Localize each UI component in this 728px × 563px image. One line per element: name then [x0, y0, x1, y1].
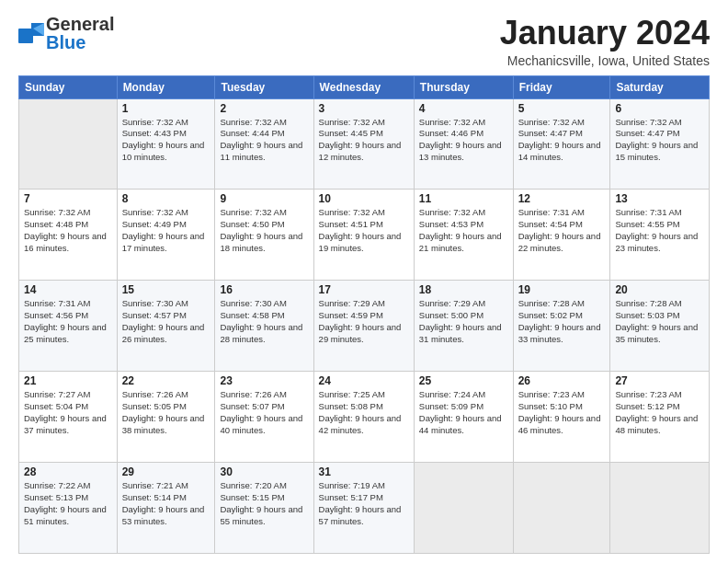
- sunset-text: Sunset: 4:58 PM: [220, 310, 284, 320]
- sunset-text: Sunset: 5:12 PM: [615, 401, 679, 411]
- day-number: 3: [319, 102, 409, 115]
- calendar-cell: 7Sunrise: 7:32 AMSunset: 4:48 PMDaylight…: [19, 190, 118, 281]
- col-thursday: Thursday: [414, 75, 513, 98]
- sunset-text: Sunset: 4:57 PM: [122, 310, 187, 320]
- calendar-cell: 22Sunrise: 7:26 AMSunset: 5:05 PMDayligh…: [117, 372, 215, 463]
- sunrise-text: Sunrise: 7:21 AM: [122, 480, 188, 490]
- calendar-week-5: 28Sunrise: 7:22 AMSunset: 5:13 PMDayligh…: [19, 463, 710, 554]
- daylight-text: Daylight: 9 hours and 44 minutes.: [419, 413, 502, 435]
- day-info: Sunrise: 7:32 AMSunset: 4:51 PMDaylight:…: [319, 207, 409, 254]
- day-info: Sunrise: 7:22 AMSunset: 5:13 PMDaylight:…: [24, 480, 112, 527]
- sunrise-text: Sunrise: 7:22 AM: [24, 480, 90, 490]
- day-info: Sunrise: 7:32 AMSunset: 4:50 PMDaylight:…: [220, 207, 308, 254]
- day-info: Sunrise: 7:31 AMSunset: 4:56 PMDaylight:…: [24, 298, 112, 345]
- day-info: Sunrise: 7:32 AMSunset: 4:47 PMDaylight:…: [615, 117, 704, 164]
- daylight-text: Daylight: 9 hours and 21 minutes.: [419, 231, 502, 253]
- sunrise-text: Sunrise: 7:32 AM: [122, 117, 188, 127]
- day-number: 17: [319, 283, 409, 296]
- day-info: Sunrise: 7:32 AMSunset: 4:43 PMDaylight:…: [122, 117, 210, 164]
- col-wednesday: Wednesday: [313, 75, 414, 98]
- day-number: 5: [518, 102, 606, 115]
- calendar-cell: 14Sunrise: 7:31 AMSunset: 4:56 PMDayligh…: [19, 281, 118, 372]
- day-number: 29: [122, 465, 210, 478]
- sunset-text: Sunset: 5:05 PM: [122, 401, 187, 411]
- day-number: 31: [319, 465, 409, 478]
- day-number: 20: [615, 283, 704, 296]
- calendar-cell: 21Sunrise: 7:27 AMSunset: 5:04 PMDayligh…: [19, 372, 118, 463]
- daylight-text: Daylight: 9 hours and 33 minutes.: [518, 322, 601, 344]
- day-number: 6: [615, 102, 704, 115]
- logo: General Blue: [18, 15, 114, 52]
- daylight-text: Daylight: 9 hours and 55 minutes.: [220, 504, 302, 526]
- daylight-text: Daylight: 9 hours and 28 minutes.: [220, 322, 302, 344]
- daylight-text: Daylight: 9 hours and 53 minutes.: [122, 504, 205, 526]
- daylight-text: Daylight: 9 hours and 40 minutes.: [220, 413, 302, 435]
- daylight-text: Daylight: 9 hours and 16 minutes.: [24, 231, 107, 253]
- day-info: Sunrise: 7:32 AMSunset: 4:44 PMDaylight:…: [220, 117, 308, 164]
- col-friday: Friday: [513, 75, 610, 98]
- day-info: Sunrise: 7:26 AMSunset: 5:07 PMDaylight:…: [220, 389, 308, 436]
- sunset-text: Sunset: 4:54 PM: [518, 219, 583, 229]
- day-info: Sunrise: 7:21 AMSunset: 5:14 PMDaylight:…: [122, 480, 210, 527]
- col-tuesday: Tuesday: [215, 75, 313, 98]
- sunrise-text: Sunrise: 7:32 AM: [220, 207, 286, 217]
- sunset-text: Sunset: 4:44 PM: [220, 128, 284, 138]
- day-number: 11: [419, 192, 508, 205]
- day-info: Sunrise: 7:29 AMSunset: 4:59 PMDaylight:…: [319, 298, 409, 345]
- calendar-cell: 8Sunrise: 7:32 AMSunset: 4:49 PMDaylight…: [117, 190, 215, 281]
- day-number: 12: [518, 192, 606, 205]
- sunset-text: Sunset: 4:47 PM: [615, 128, 679, 138]
- day-info: Sunrise: 7:29 AMSunset: 5:00 PMDaylight:…: [419, 298, 508, 345]
- sunrise-text: Sunrise: 7:20 AM: [220, 480, 286, 490]
- day-number: 1: [122, 102, 210, 115]
- day-info: Sunrise: 7:32 AMSunset: 4:47 PMDaylight:…: [518, 117, 606, 164]
- day-number: 13: [615, 192, 704, 205]
- calendar-header: Sunday Monday Tuesday Wednesday Thursday…: [19, 75, 710, 98]
- sunset-text: Sunset: 4:56 PM: [24, 310, 88, 320]
- sunrise-text: Sunrise: 7:31 AM: [24, 298, 90, 308]
- day-info: Sunrise: 7:32 AMSunset: 4:49 PMDaylight:…: [122, 207, 210, 254]
- day-number: 8: [122, 192, 210, 205]
- day-number: 21: [24, 374, 112, 387]
- calendar-cell: 26Sunrise: 7:23 AMSunset: 5:10 PMDayligh…: [513, 372, 610, 463]
- day-number: 25: [419, 374, 508, 387]
- title-block: January 2024 Mechanicsville, Iowa, Unite…: [500, 15, 710, 68]
- sunrise-text: Sunrise: 7:26 AM: [220, 389, 286, 399]
- sunrise-text: Sunrise: 7:31 AM: [518, 207, 585, 217]
- header: General Blue January 2024 Mechanicsville…: [18, 15, 710, 68]
- calendar-cell: 12Sunrise: 7:31 AMSunset: 4:54 PMDayligh…: [513, 190, 610, 281]
- daylight-text: Daylight: 9 hours and 22 minutes.: [518, 231, 601, 253]
- day-number: 9: [220, 192, 308, 205]
- sunset-text: Sunset: 4:48 PM: [24, 219, 88, 229]
- daylight-text: Daylight: 9 hours and 37 minutes.: [24, 413, 107, 435]
- calendar-cell: 4Sunrise: 7:32 AMSunset: 4:46 PMDaylight…: [414, 98, 513, 190]
- calendar-week-4: 21Sunrise: 7:27 AMSunset: 5:04 PMDayligh…: [19, 372, 710, 463]
- calendar-cell: 18Sunrise: 7:29 AMSunset: 5:00 PMDayligh…: [414, 281, 513, 372]
- daylight-text: Daylight: 9 hours and 42 minutes.: [319, 413, 402, 435]
- day-number: 7: [24, 192, 112, 205]
- calendar-cell: 28Sunrise: 7:22 AMSunset: 5:13 PMDayligh…: [19, 463, 118, 554]
- calendar-cell: 2Sunrise: 7:32 AMSunset: 4:44 PMDaylight…: [215, 98, 313, 190]
- sunset-text: Sunset: 5:14 PM: [122, 492, 187, 502]
- day-info: Sunrise: 7:26 AMSunset: 5:05 PMDaylight:…: [122, 389, 210, 436]
- daylight-text: Daylight: 9 hours and 38 minutes.: [122, 413, 205, 435]
- sunset-text: Sunset: 5:08 PM: [319, 401, 383, 411]
- calendar-cell: [513, 463, 610, 554]
- calendar-cell: 3Sunrise: 7:32 AMSunset: 4:45 PMDaylight…: [313, 98, 414, 190]
- day-info: Sunrise: 7:31 AMSunset: 4:54 PMDaylight:…: [518, 207, 606, 254]
- day-info: Sunrise: 7:30 AMSunset: 4:58 PMDaylight:…: [220, 298, 308, 345]
- col-saturday: Saturday: [610, 75, 710, 98]
- sunset-text: Sunset: 4:59 PM: [319, 310, 383, 320]
- daylight-text: Daylight: 9 hours and 46 minutes.: [518, 413, 601, 435]
- daylight-text: Daylight: 9 hours and 26 minutes.: [122, 322, 205, 344]
- calendar-cell: 27Sunrise: 7:23 AMSunset: 5:12 PMDayligh…: [610, 372, 710, 463]
- daylight-text: Daylight: 9 hours and 35 minutes.: [615, 322, 698, 344]
- day-number: 24: [319, 374, 409, 387]
- day-number: 22: [122, 374, 210, 387]
- calendar-cell: 30Sunrise: 7:20 AMSunset: 5:15 PMDayligh…: [215, 463, 313, 554]
- daylight-text: Daylight: 9 hours and 17 minutes.: [122, 231, 205, 253]
- calendar-cell: 24Sunrise: 7:25 AMSunset: 5:08 PMDayligh…: [313, 372, 414, 463]
- sunrise-text: Sunrise: 7:32 AM: [615, 117, 681, 127]
- sunrise-text: Sunrise: 7:26 AM: [122, 389, 188, 399]
- day-info: Sunrise: 7:20 AMSunset: 5:15 PMDaylight:…: [220, 480, 308, 527]
